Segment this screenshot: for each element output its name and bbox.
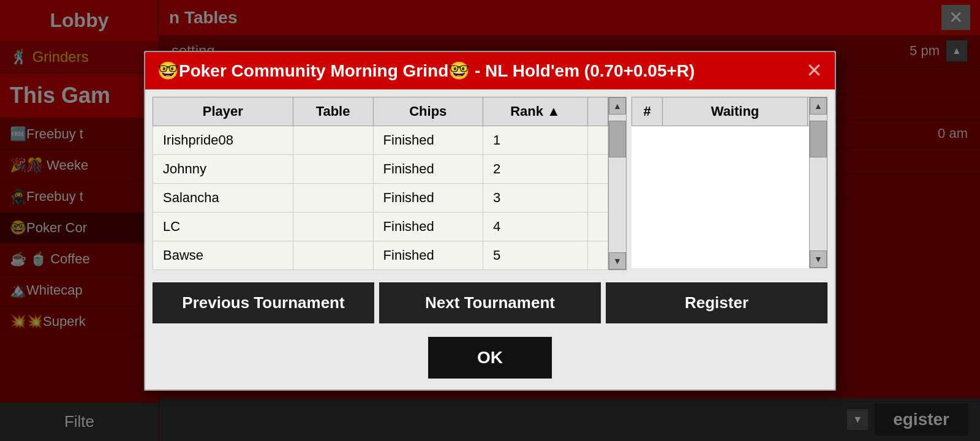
col-hash-header: #: [632, 97, 663, 126]
modal-ok-row: OK: [145, 328, 835, 390]
player-empty-3: [588, 212, 608, 241]
player-empty-4: [588, 241, 608, 270]
player-name-2: Salancha: [153, 183, 293, 212]
player-name-3: LC: [153, 212, 293, 241]
player-empty-2: [588, 183, 608, 212]
player-scroll-thumb[interactable]: [609, 121, 626, 157]
waiting-scrollbar[interactable]: ▲ ▼: [809, 97, 827, 268]
player-scroll-up-button[interactable]: ▲: [609, 97, 626, 115]
col-player-header: Player: [153, 97, 293, 126]
player-rank-3: 4: [483, 212, 588, 241]
waiting-table: # Waiting: [631, 97, 826, 268]
waiting-scroll-thumb[interactable]: [810, 121, 827, 157]
player-name-4: Bawse: [153, 241, 293, 270]
waiting-table-container: # Waiting ▲ ▼: [631, 97, 827, 270]
player-row-0: Irishpride08 Finished 1: [153, 126, 608, 154]
player-scroll-track: [609, 115, 626, 252]
player-table-3: [293, 212, 373, 241]
player-table-4: [293, 241, 373, 270]
modal-close-button[interactable]: ✕: [806, 61, 823, 80]
modal-action-buttons: Previous Tournament Next Tournament Regi…: [145, 277, 835, 328]
col-empty-header: [588, 97, 608, 126]
player-table-1: [293, 154, 373, 183]
player-chips-1: Finished: [373, 154, 483, 183]
waiting-scroll-down-button[interactable]: ▼: [810, 251, 827, 268]
player-chips-3: Finished: [373, 212, 483, 241]
modal-header: 🤓Poker Community Morning Grind🤓 - NL Hol…: [145, 52, 835, 89]
col-rank-header: Rank ▲: [483, 97, 588, 126]
waiting-scroll-up-button[interactable]: ▲: [810, 97, 827, 115]
waiting-table-scroll-wrapper: # Waiting ▲ ▼: [631, 97, 827, 268]
col-chips-header: Chips: [373, 97, 483, 126]
player-row-1: Johnny Finished 2: [153, 154, 608, 183]
player-table-scrollbar[interactable]: ▲ ▼: [608, 97, 627, 270]
tournament-modal: 🤓Poker Community Morning Grind🤓 - NL Hol…: [144, 51, 836, 391]
player-rank-2: 3: [483, 183, 588, 212]
player-rank-1: 2: [483, 154, 588, 183]
player-table-scroll-wrapper: Player Table Chips Rank ▲ Irishpride08 F: [153, 97, 627, 270]
player-table-2: [293, 183, 373, 212]
modal-overlay: 🤓Poker Community Morning Grind🤓 - NL Hol…: [0, 0, 980, 441]
player-table: Player Table Chips Rank ▲ Irishpride08 F: [153, 97, 608, 270]
player-empty-1: [588, 154, 608, 183]
player-chips-0: Finished: [373, 126, 483, 154]
player-table-scroll-inner: Player Table Chips Rank ▲ Irishpride08 F: [153, 97, 608, 270]
player-chips-4: Finished: [373, 241, 483, 270]
player-scroll-down-button[interactable]: ▼: [609, 252, 626, 270]
player-name-0: Irishpride08: [153, 126, 293, 154]
player-rank-0: 1: [483, 126, 588, 154]
player-name-1: Johnny: [153, 154, 293, 183]
player-rank-4: 5: [483, 241, 588, 270]
previous-tournament-button[interactable]: Previous Tournament: [153, 282, 374, 323]
col-waiting-header: Waiting: [663, 97, 808, 126]
ok-button[interactable]: OK: [428, 337, 552, 379]
waiting-scroll-track: [810, 115, 827, 251]
player-row-2: Salancha Finished 3: [153, 183, 608, 212]
player-row-4: Bawse Finished 5: [153, 241, 608, 270]
register-button[interactable]: Register: [606, 282, 827, 323]
player-table-0: [293, 126, 373, 154]
modal-body: Player Table Chips Rank ▲ Irishpride08 F: [145, 89, 835, 277]
modal-title: 🤓Poker Community Morning Grind🤓 - NL Hol…: [157, 61, 695, 81]
next-tournament-button[interactable]: Next Tournament: [379, 282, 601, 323]
player-empty-0: [588, 126, 608, 154]
player-table-container: Player Table Chips Rank ▲ Irishpride08 F: [153, 97, 627, 270]
col-table-header: Table: [293, 97, 373, 126]
player-row-3: LC Finished 4: [153, 212, 608, 241]
player-chips-2: Finished: [373, 183, 483, 212]
